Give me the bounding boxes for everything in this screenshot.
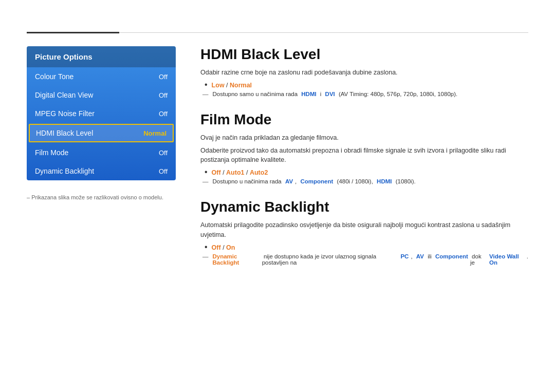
dynamic-backlight-label: Dynamic Backlight xyxy=(35,167,94,175)
top-line-dark xyxy=(27,32,119,33)
film-separator-2: / xyxy=(245,169,250,176)
sidebar-item-digital-clean-view[interactable]: Digital Clean View Off xyxy=(27,86,176,104)
colour-tone-label: Colour Tone xyxy=(35,72,73,81)
dynamic-backlight-title: Dynamic Backlight xyxy=(200,199,528,215)
film-mode-title: Film Mode xyxy=(200,111,528,128)
hdmi-bullet-1: • Low / Normal xyxy=(205,81,528,89)
hdmi-option-low: Low xyxy=(212,82,225,89)
dynamic-backlight-desc: Automatski prilagodite pozadinsko osvjet… xyxy=(200,220,528,240)
note-dash: — xyxy=(202,91,209,97)
sidebar-item-colour-tone[interactable]: Colour Tone Off xyxy=(27,67,176,86)
film-note-bracket: (480i / 1080i), xyxy=(335,178,375,184)
dynamic-option-off: Off xyxy=(212,244,221,251)
section-hdmi-black-level: HDMI Black Level Odabir razine crne boje… xyxy=(200,46,528,97)
film-note: — Dostupno u načinima rada AV , Componen… xyxy=(202,178,528,184)
film-mode-value: Off xyxy=(159,149,168,157)
film-option-off: Off xyxy=(212,169,221,176)
hdmi-note-rest: (AV Timing: 480p, 576p, 720p, 1080i, 108… xyxy=(337,91,457,97)
dynamic-note-dok: dok je xyxy=(470,253,487,266)
hdmi-separator-1: / xyxy=(225,82,230,89)
digital-clean-view-label: Digital Clean View xyxy=(35,91,93,99)
dynamic-option-on: On xyxy=(226,244,235,251)
dynamic-note-ili: ili xyxy=(426,253,433,259)
hdmi-option-normal: Normal xyxy=(230,82,252,89)
film-note-component: Component xyxy=(300,178,333,184)
sidebar-title: Picture Options xyxy=(27,46,176,67)
hdmi-black-level-value: Normal xyxy=(143,129,166,137)
dynamic-note-vwo: Video Wall On xyxy=(489,253,525,266)
footnote: – Prikazana slika može se razlikovati ov… xyxy=(27,194,163,200)
dynamic-note-brand: Dynamic Backlight xyxy=(213,253,260,266)
sidebar-item-hdmi-black-level[interactable]: HDMI Black Level Normal xyxy=(29,124,174,142)
film-option-auto2: Auto2 xyxy=(250,169,268,176)
section-film-mode: Film Mode Ovaj je način rada prikladan z… xyxy=(200,111,528,184)
film-note-hdmi: HDMI xyxy=(377,178,392,184)
dynamic-separator: / xyxy=(221,244,226,251)
bullet-dot-3: • xyxy=(205,243,208,251)
bullet-dot-2: • xyxy=(205,168,208,176)
bullet-dot: • xyxy=(205,81,208,89)
top-decorative-lines xyxy=(27,32,528,33)
film-note-text1: Dostupno u načinima rada xyxy=(213,178,283,184)
dynamic-note-text1: nije dostupno kada je izvor ulaznog sign… xyxy=(262,253,399,266)
mpeg-noise-filter-value: Off xyxy=(159,110,168,118)
sidebar-item-mpeg-noise-filter[interactable]: MPEG Noise Filter Off xyxy=(27,104,176,123)
colour-tone-value: Off xyxy=(159,73,168,81)
film-mode-label: Film Mode xyxy=(35,148,68,157)
film-note-av: AV xyxy=(285,178,293,184)
hdmi-black-level-label: HDMI Black Level xyxy=(36,129,93,137)
film-separator-1: / xyxy=(221,169,226,176)
digital-clean-view-value: Off xyxy=(159,91,168,99)
film-note-dash: — xyxy=(202,178,209,184)
hdmi-black-level-desc: Odabir razine crne boje na zaslonu radi … xyxy=(200,68,528,78)
hdmi-note-hdmi: HDMI xyxy=(301,91,316,97)
dynamic-note-c1: , xyxy=(411,253,414,259)
hdmi-black-level-title: HDMI Black Level xyxy=(200,46,528,63)
sidebar-item-dynamic-backlight[interactable]: Dynamic Backlight Off xyxy=(27,162,176,180)
section-dynamic-backlight: Dynamic Backlight Automatski prilagodite… xyxy=(200,199,528,266)
mpeg-noise-filter-label: MPEG Noise Filter xyxy=(35,109,95,118)
film-mode-desc-1: Ovaj je način rada prikladan za gledanje… xyxy=(200,133,528,143)
dynamic-note-av: AV xyxy=(416,253,424,259)
dynamic-note-pc: PC xyxy=(400,253,409,259)
film-bullet-1: • Off / Auto1 / Auto2 xyxy=(205,168,528,176)
film-option-auto1: Auto1 xyxy=(226,169,244,176)
dynamic-note-dash: — xyxy=(202,253,209,259)
hdmi-note-i: i xyxy=(319,91,323,97)
film-mode-desc-2: Odaberite proizvod tako da automatski pr… xyxy=(200,146,528,165)
sidebar-item-film-mode[interactable]: Film Mode Off xyxy=(27,143,176,162)
sidebar: Picture Options Colour Tone Off Digital … xyxy=(27,46,176,180)
dynamic-bullet-1: • Off / On xyxy=(205,243,528,251)
dynamic-note-period: . xyxy=(527,253,528,259)
hdmi-note-dvi: DVI xyxy=(325,91,335,97)
main-content: HDMI Black Level Odabir razine crne boje… xyxy=(200,46,528,280)
hdmi-note-text: Dostupno samo u načinima rada xyxy=(213,91,300,97)
dynamic-note: — Dynamic Backlight nije dostupno kada j… xyxy=(202,253,528,266)
hdmi-note: — Dostupno samo u načinima rada HDMI i D… xyxy=(202,91,528,97)
top-line-light xyxy=(119,32,528,33)
film-note-end: (1080i). xyxy=(394,178,415,184)
dynamic-backlight-value: Off xyxy=(159,167,168,175)
dynamic-note-component: Component xyxy=(435,253,468,259)
film-note-comma: , xyxy=(295,178,298,184)
